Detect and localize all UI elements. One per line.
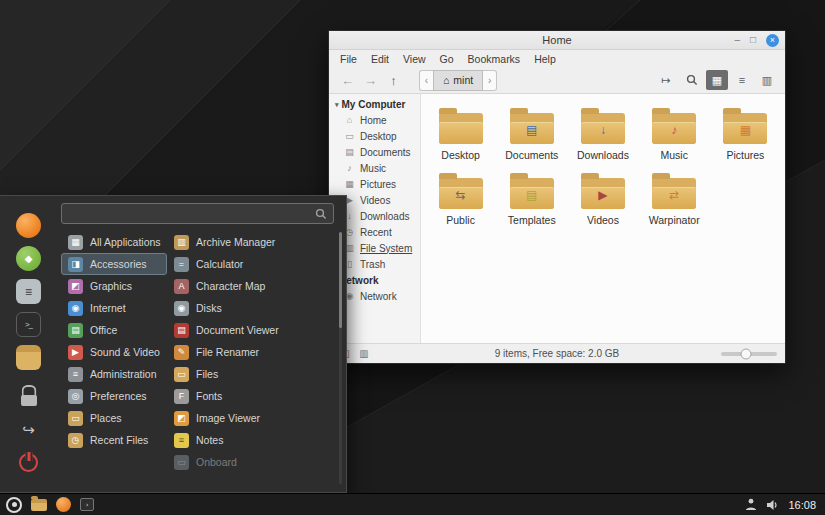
logout-button[interactable]: ↪ — [16, 417, 41, 442]
sidebar-section-my-computer[interactable]: ▾ My Computer — [329, 97, 420, 112]
user-applet-icon[interactable] — [745, 498, 757, 511]
sidebar-item-documents[interactable]: ▤ Documents — [329, 144, 420, 160]
software-manager-shortcut-icon: ◆ — [25, 253, 33, 264]
graphics-icon: ◩ — [68, 279, 83, 294]
breadcrumb-label: mint — [453, 74, 473, 86]
menu-app-file-renamer[interactable]: ✎ File Renamer — [167, 341, 334, 363]
files-launcher-icon[interactable] — [31, 499, 47, 511]
up-button[interactable]: ↑ — [382, 70, 405, 91]
accessories-icon: ◨ — [68, 257, 83, 272]
list-view-button[interactable]: ≡ — [731, 70, 753, 90]
desktop-folder-icon — [439, 113, 483, 144]
sidebar-item-desktop[interactable]: ▭ Desktop — [329, 128, 420, 144]
back-button[interactable]: ← — [336, 70, 359, 91]
toggle-treeview-button[interactable]: ▥ — [356, 346, 372, 361]
zoom-slider[interactable] — [721, 352, 777, 356]
lock-screen-button[interactable] — [16, 384, 41, 409]
search-icon — [686, 74, 698, 86]
file-public[interactable]: ⇆ Public — [425, 167, 496, 228]
menu-app-calculator[interactable]: = Calculator — [167, 253, 334, 275]
volume-icon[interactable] — [766, 499, 779, 511]
maximize-button[interactable]: □ — [750, 35, 756, 45]
close-button[interactable]: × — [766, 34, 779, 47]
menu-app-fonts[interactable]: F Fonts — [167, 385, 334, 407]
file-view[interactable]: Desktop ▤ Documents ↓ Downloads ♪ Music … — [421, 94, 785, 343]
menu-category-graphics[interactable]: ◩ Graphics — [61, 275, 167, 297]
menubar-bookmarks[interactable]: Bookmarks — [461, 53, 528, 65]
software-manager-shortcut[interactable]: ◆ — [16, 246, 41, 271]
archive-manager-icon: ▥ — [174, 235, 189, 250]
compact-view-button[interactable]: ▥ — [756, 70, 778, 90]
menu-category-sound-video[interactable]: ▶ Sound & Video — [61, 341, 167, 363]
menu-category-places[interactable]: ▭ Places — [61, 407, 167, 429]
menubar-file[interactable]: File — [333, 53, 364, 65]
toggle-location-entry-button[interactable]: ↦ — [654, 70, 677, 91]
file-documents[interactable]: ▤ Documents — [496, 102, 567, 163]
document-viewer-icon: ▤ — [174, 323, 189, 338]
menu-app-disks[interactable]: ◉ Disks — [167, 297, 334, 319]
search-icon — [315, 208, 327, 220]
minimize-button[interactable]: – — [734, 35, 740, 45]
desktop-surface[interactable]: Home – □ × FileEditViewGoBookmarksHelp ←… — [0, 0, 825, 515]
menubar-help[interactable]: Help — [527, 53, 563, 65]
file-downloads[interactable]: ↓ Downloads — [567, 102, 638, 163]
icon-view-button[interactable]: ▦ — [706, 70, 728, 90]
expander-icon: ▾ — [335, 101, 339, 109]
quit-button[interactable] — [16, 450, 41, 475]
terminal-launcher-icon[interactable]: › — [80, 498, 94, 511]
menu-category-office[interactable]: ▤ Office — [61, 319, 167, 341]
system-settings-shortcut[interactable]: ≡ — [16, 279, 41, 304]
fonts-icon: F — [174, 389, 189, 404]
search-input[interactable] — [68, 208, 315, 220]
zoom-knob[interactable] — [741, 348, 752, 359]
menu-app-image-viewer[interactable]: ◩ Image Viewer — [167, 407, 334, 429]
sidebar-item-music[interactable]: ♪ Music — [329, 160, 420, 176]
menu-app-document-viewer[interactable]: ▤ Document Viewer — [167, 319, 334, 341]
file-templates[interactable]: ▤ Templates — [496, 167, 567, 228]
menu-button[interactable] — [6, 497, 22, 513]
sidebar-item-pictures[interactable]: ▦ Pictures — [329, 176, 420, 192]
file-music[interactable]: ♪ Music — [639, 102, 710, 163]
menu-app-files[interactable]: ▭ Files — [167, 363, 334, 385]
menu-app-character-map[interactable]: A Character Map — [167, 275, 334, 297]
file-desktop[interactable]: Desktop — [425, 102, 496, 163]
file-pictures[interactable]: ▦ Pictures — [710, 102, 781, 163]
menubar-view[interactable]: View — [396, 53, 433, 65]
forward-button[interactable]: → — [359, 70, 382, 91]
videos-folder-icon: ▶ — [581, 178, 625, 209]
recent-files-icon: ◷ — [68, 433, 83, 448]
file-videos[interactable]: ▶ Videos — [567, 167, 638, 228]
menu-category-all-applications[interactable]: ▦ All Applications — [61, 231, 167, 253]
breadcrumb-home-button[interactable]: ⌂ mint — [433, 70, 483, 91]
onboard-icon: ▭ — [174, 455, 189, 470]
file-warpinator[interactable]: ⇄ Warpinator — [639, 167, 710, 228]
breadcrumb-next-button[interactable]: › — [483, 70, 497, 91]
menu-app-notes[interactable]: ≡ Notes — [167, 429, 334, 451]
menu-category-recent-files[interactable]: ◷ Recent Files — [61, 429, 167, 451]
menu-category-accessories[interactable]: ◨ Accessories — [61, 253, 167, 275]
menu-app-archive-manager[interactable]: ▥ Archive Manager — [167, 231, 334, 253]
toolbar: ← → ↑ ‹ ⌂ mint › ↦ ▦ ≡ — [329, 67, 785, 94]
menu-scrollbar-thumb[interactable] — [339, 232, 342, 328]
menu-category-administration[interactable]: ≡ Administration — [61, 363, 167, 385]
breadcrumb-prev-button[interactable]: ‹ — [419, 70, 433, 91]
files-shortcut[interactable] — [16, 345, 41, 370]
pictures-icon: ▦ — [344, 180, 355, 189]
sidebar-item-home[interactable]: ⌂ Home — [329, 112, 420, 128]
menu-app-onboard[interactable]: ▭ Onboard — [167, 451, 334, 473]
firefox-launcher-icon[interactable] — [56, 497, 71, 512]
menubar-edit[interactable]: Edit — [364, 53, 396, 65]
files-icon: ▭ — [174, 367, 189, 382]
menubar-go[interactable]: Go — [433, 53, 461, 65]
menu-category-internet[interactable]: ◉ Internet — [61, 297, 167, 319]
terminal-shortcut[interactable]: >_ — [16, 312, 41, 337]
firefox-shortcut[interactable] — [16, 213, 41, 238]
search-button[interactable] — [680, 70, 703, 91]
music-folder-icon: ♪ — [652, 113, 696, 144]
menu-scrollbar[interactable] — [339, 232, 342, 484]
downloads-folder-icon: ↓ — [581, 113, 625, 144]
titlebar[interactable]: Home – □ × — [329, 31, 785, 50]
file-renamer-icon: ✎ — [174, 345, 189, 360]
menu-category-preferences[interactable]: ◎ Preferences — [61, 385, 167, 407]
clock[interactable]: 16:08 — [788, 499, 816, 511]
